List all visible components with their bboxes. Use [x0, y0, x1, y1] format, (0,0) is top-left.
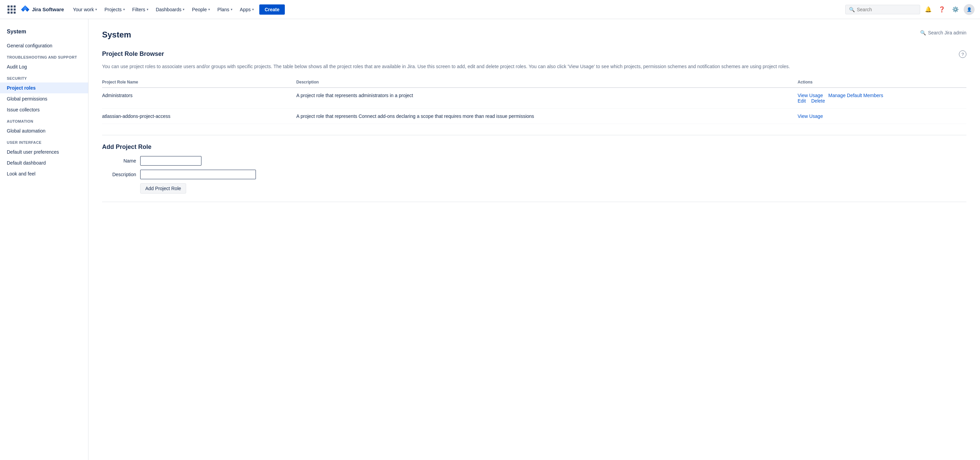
sidebar-item-global-permissions[interactable]: Global permissions	[0, 93, 88, 104]
search-box[interactable]: 🔍	[845, 5, 920, 14]
chevron-down-icon: ▾	[252, 8, 254, 11]
add-project-role-button[interactable]: Add Project Role	[140, 183, 186, 193]
nav-projects[interactable]: Projects ▾	[101, 5, 128, 14]
role-desc-addons: A project role that represents Connect a…	[292, 109, 794, 124]
create-button[interactable]: Create	[259, 5, 285, 14]
topnav-right-actions: 🔍 🔔 ❓ ⚙️ 👤	[845, 4, 975, 15]
form-actions: Add Project Role	[102, 183, 966, 193]
add-section-title: Add Project Role	[102, 135, 966, 151]
sidebar-item-default-user-preferences[interactable]: Default user preferences	[0, 147, 88, 157]
nav-your-work[interactable]: Your work ▾	[69, 5, 100, 14]
main-nav: Your work ▾ Projects ▾ Filters ▾ Dashboa…	[69, 5, 838, 14]
chevron-down-icon: ▾	[95, 8, 97, 11]
table-row: Administrators A project role that repre…	[102, 88, 966, 109]
search-input[interactable]	[857, 7, 916, 12]
edit-link-administrators[interactable]: Edit	[798, 98, 806, 104]
role-desc-administrators: A project role that represents administr…	[292, 88, 794, 109]
nav-apps[interactable]: Apps ▾	[237, 5, 257, 14]
top-navigation: Jira Software Your work ▾ Projects ▾ Fil…	[0, 0, 980, 19]
chevron-down-icon: ▾	[183, 8, 185, 11]
section-title: Project Role Browser	[102, 50, 164, 58]
search-admin-icon: 🔍	[920, 30, 926, 35]
role-name-administrators: Administrators	[102, 88, 292, 109]
main-content: System 🔍 Search Jira admin Project Role …	[89, 19, 980, 460]
sidebar-system-title: System	[0, 26, 88, 40]
sidebar-item-general-configuration[interactable]: General configuration	[0, 40, 88, 51]
section-description: You can use project roles to associate u…	[102, 63, 966, 70]
chevron-down-icon: ▾	[123, 8, 125, 11]
chevron-down-icon: ▾	[208, 8, 210, 11]
search-jira-admin-link[interactable]: 🔍 Search Jira admin	[920, 30, 966, 35]
notifications-button[interactable]: 🔔	[923, 4, 934, 15]
sidebar-item-default-dashboard[interactable]: Default dashboard	[0, 157, 88, 168]
role-actions-administrators: View Usage Manage Default Members Edit D…	[794, 88, 966, 109]
sidebar-item-project-roles[interactable]: Project roles	[0, 83, 88, 93]
sidebar-section-security: SECURITY	[0, 72, 88, 83]
search-icon: 🔍	[849, 7, 855, 12]
sidebar-item-look-and-feel[interactable]: Look and feel	[0, 168, 88, 179]
delete-link-administrators[interactable]: Delete	[811, 98, 825, 104]
sidebar-section-automation: AUTOMATION	[0, 115, 88, 125]
col-header-actions: Actions	[794, 77, 966, 88]
avatar[interactable]: 👤	[964, 4, 975, 15]
help-button[interactable]: ❓	[937, 4, 947, 15]
col-header-description: Description	[292, 77, 794, 88]
nav-dashboards[interactable]: Dashboards ▾	[153, 5, 188, 14]
description-input[interactable]	[140, 170, 256, 179]
project-roles-table: Project Role Name Description Actions Ad…	[102, 77, 966, 124]
sidebar-section-user-interface: USER INTERFACE	[0, 136, 88, 147]
manage-default-members-link[interactable]: Manage Default Members	[828, 93, 883, 98]
name-label: Name	[102, 158, 136, 164]
sidebar-item-audit-log[interactable]: Audit Log	[0, 61, 88, 72]
nav-people[interactable]: People ▾	[189, 5, 213, 14]
form-row-description: Description	[102, 170, 966, 179]
page-header-row: System 🔍 Search Jira admin	[102, 30, 966, 48]
sidebar-item-issue-collectors[interactable]: Issue collectors	[0, 104, 88, 115]
view-usage-link-addons[interactable]: View Usage	[798, 113, 823, 119]
name-input[interactable]	[140, 156, 202, 166]
jira-logo[interactable]: Jira Software	[21, 5, 64, 14]
app-layout: System General configuration TROUBLESHOO…	[0, 19, 980, 460]
logo-text: Jira Software	[32, 6, 64, 12]
role-actions-addons: View Usage	[794, 109, 966, 124]
table-row: atlassian-addons-project-access A projec…	[102, 109, 966, 124]
app-switcher-button[interactable]	[5, 3, 18, 16]
col-header-name: Project Role Name	[102, 77, 292, 88]
chevron-down-icon: ▾	[147, 8, 148, 11]
help-circle-icon[interactable]: ?	[959, 50, 966, 58]
nav-filters[interactable]: Filters ▾	[129, 5, 152, 14]
sidebar: System General configuration TROUBLESHOO…	[0, 19, 89, 460]
role-name-addons: atlassian-addons-project-access	[102, 109, 292, 124]
sidebar-item-global-automation[interactable]: Global automation	[0, 125, 88, 136]
grid-icon	[8, 5, 16, 14]
view-usage-link-administrators[interactable]: View Usage	[798, 93, 823, 98]
settings-button[interactable]: ⚙️	[950, 4, 961, 15]
description-label: Description	[102, 172, 136, 177]
form-row-name: Name	[102, 156, 966, 166]
sidebar-section-troubleshooting: TROUBLESHOOTING AND SUPPORT	[0, 51, 88, 61]
page-title: System	[102, 30, 131, 40]
chevron-down-icon: ▾	[231, 8, 232, 11]
nav-plans[interactable]: Plans ▾	[214, 5, 236, 14]
bottom-divider	[102, 202, 966, 202]
